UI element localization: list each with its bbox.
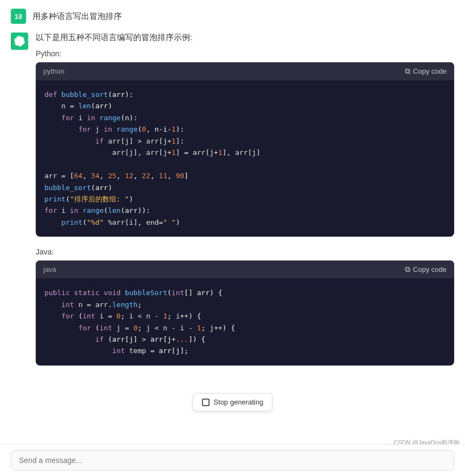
python-code-body: def bubble_sort(arr): n = len(arr) for i… <box>36 80 454 237</box>
python-label: Python: <box>36 49 454 58</box>
python-copy-button[interactable]: ⧉ Copy code <box>405 67 447 76</box>
java-code-body: public static void bubbleSort(int[] arr)… <box>36 278 454 366</box>
chat-title: 用多种语言写出冒泡排序 <box>32 11 122 22</box>
stop-generating-container: Stop generating <box>193 393 273 411</box>
java-copy-button[interactable]: ⧉ Copy code <box>405 265 447 274</box>
java-lang-tag: java <box>43 265 56 273</box>
ai-content: 以下是用五种不同语言编写的冒泡排序示例: Python: python ⧉ Co… <box>36 32 454 376</box>
chat-number-badge: 18 <box>11 9 26 24</box>
java-section: Java: java ⧉ Copy code public static voi… <box>36 247 454 366</box>
python-code-header: python ⧉ Copy code <box>36 62 454 80</box>
java-code-block: java ⧉ Copy code public static void bubb… <box>36 260 454 366</box>
python-lang-tag: python <box>43 67 64 75</box>
header: 18 用多种语言写出冒泡排序 <box>0 0 465 32</box>
java-code-header: java ⧉ Copy code <box>36 260 454 278</box>
ai-intro-text: 以下是用五种不同语言编写的冒泡排序示例: <box>36 32 454 43</box>
java-label: Java: <box>36 247 454 256</box>
python-code-block: python ⧉ Copy code def bubble_sort(arr):… <box>36 62 454 237</box>
stop-generating-label: Stop generating <box>214 398 264 406</box>
python-copy-label: Copy code <box>413 67 447 75</box>
copy-icon-java: ⧉ <box>405 265 410 274</box>
bottom-bar <box>0 444 465 476</box>
copy-icon: ⧉ <box>405 67 410 76</box>
main-content: 以下是用五种不同语言编写的冒泡排序示例: Python: python ⧉ Co… <box>0 32 465 431</box>
stop-generating-button[interactable]: Stop generating <box>193 393 273 411</box>
stop-icon <box>202 399 209 406</box>
message-input[interactable] <box>11 450 454 471</box>
java-copy-label: Copy code <box>413 265 447 273</box>
ai-response-section: 以下是用五种不同语言编写的冒泡排序示例: Python: python ⧉ Co… <box>11 32 454 376</box>
ai-avatar <box>11 32 28 50</box>
